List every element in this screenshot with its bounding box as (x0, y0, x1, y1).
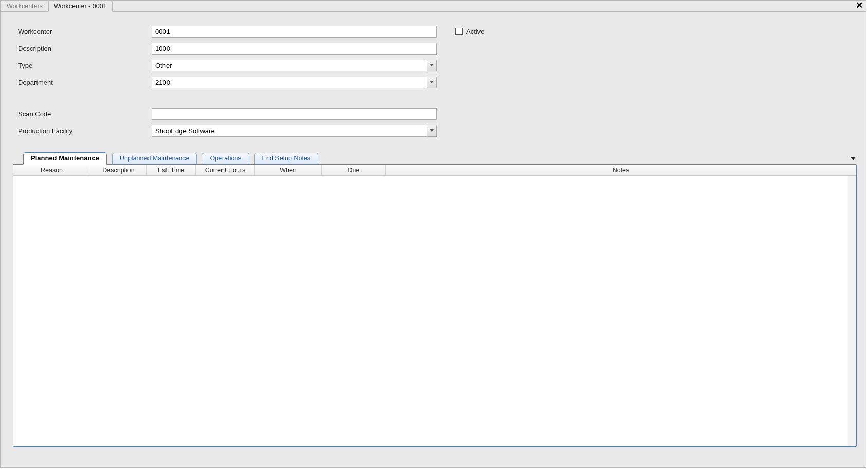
col-when[interactable]: When (255, 165, 322, 175)
tab-menu-button[interactable] (851, 155, 856, 162)
window: Workcenters Workcenter - 0001 ✕ Workcent… (0, 0, 866, 468)
outer-tab-workcenters[interactable]: Workcenters (2, 1, 48, 11)
col-est-time[interactable]: Est. Time (147, 165, 196, 175)
label-workcenter: Workcenter (18, 28, 152, 35)
chevron-down-icon (430, 129, 434, 132)
grid: Reason Description Est. Time Current Hou… (13, 164, 857, 447)
description-input[interactable] (152, 43, 437, 55)
production-facility-dropdown-text[interactable] (152, 125, 427, 136)
type-dropdown[interactable] (152, 60, 437, 71)
type-dropdown-button[interactable] (427, 60, 436, 71)
vertical-scrollbar[interactable] (848, 176, 856, 446)
department-dropdown[interactable] (152, 77, 437, 88)
production-facility-dropdown-button[interactable] (427, 125, 436, 136)
col-current-hours[interactable]: Current Hours (196, 165, 255, 175)
label-scan-code: Scan Code (18, 110, 152, 118)
label-department: Department (18, 79, 152, 86)
col-due[interactable]: Due (322, 165, 386, 175)
grid-body[interactable] (13, 176, 856, 446)
close-icon[interactable]: ✕ (856, 1, 863, 10)
active-checkbox[interactable] (455, 28, 463, 35)
tab-unplanned-maintenance[interactable]: Unplanned Maintenance (112, 153, 197, 164)
tab-end-setup-notes[interactable]: End Setup Notes (254, 153, 319, 164)
department-dropdown-button[interactable] (427, 77, 436, 88)
outer-tab-workcenter-detail[interactable]: Workcenter - 0001 (48, 1, 113, 12)
label-active: Active (466, 28, 484, 35)
department-dropdown-text[interactable] (152, 77, 427, 88)
col-description[interactable]: Description (90, 165, 147, 175)
grid-header: Reason Description Est. Time Current Hou… (13, 165, 856, 176)
col-reason[interactable]: Reason (13, 165, 90, 175)
label-type: Type (18, 62, 152, 69)
chevron-down-icon (430, 64, 434, 67)
tab-operations[interactable]: Operations (202, 153, 249, 164)
label-description: Description (18, 45, 152, 52)
form-area: Workcenter Active Description Type Depar… (1, 12, 866, 147)
inner-area: Planned Maintenance Unplanned Maintenanc… (13, 152, 857, 447)
chevron-down-icon (430, 81, 434, 84)
outer-tab-bar: Workcenters Workcenter - 0001 ✕ (1, 1, 866, 12)
label-production-facility: Production Facility (18, 127, 152, 135)
production-facility-dropdown[interactable] (152, 125, 437, 137)
type-dropdown-text[interactable] (152, 60, 427, 71)
workcenter-input[interactable] (152, 26, 437, 38)
scan-code-input[interactable] (152, 108, 437, 120)
inner-tab-bar: Planned Maintenance Unplanned Maintenanc… (13, 152, 857, 164)
tab-planned-maintenance[interactable]: Planned Maintenance (23, 152, 107, 165)
col-notes[interactable]: Notes (386, 165, 856, 175)
caret-down-icon (851, 157, 856, 161)
